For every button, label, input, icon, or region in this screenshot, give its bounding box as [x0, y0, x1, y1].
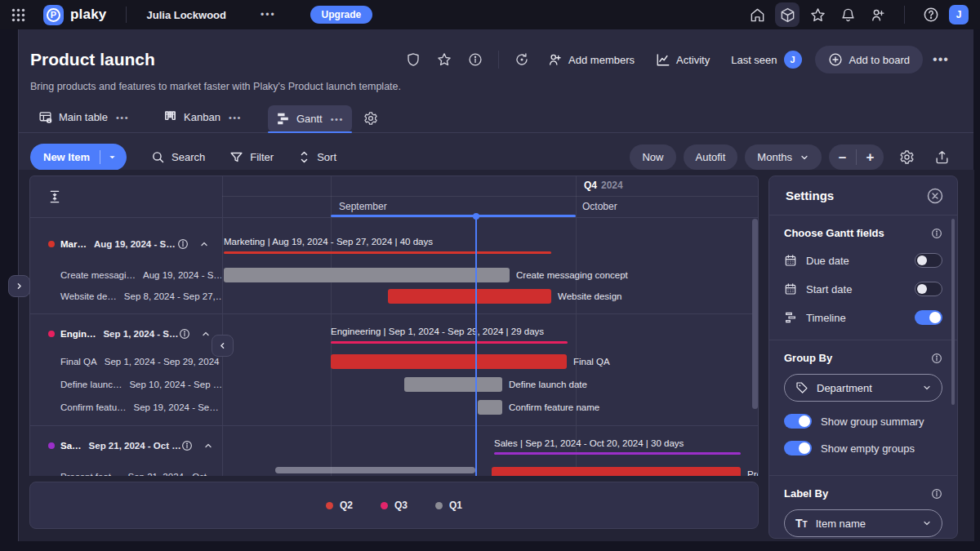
task-bar[interactable] — [331, 354, 567, 369]
group-info-icon[interactable] — [181, 440, 193, 451]
board-more-icon[interactable]: ••• — [928, 47, 954, 73]
due-date-toggle[interactable] — [915, 253, 942, 268]
boards-icon[interactable] — [775, 2, 800, 27]
gantt-settings-gear-icon[interactable] — [894, 145, 919, 170]
collapse-all-icon[interactable] — [48, 189, 61, 204]
tab-main-table[interactable]: Main table ••• — [30, 104, 137, 131]
task-bar[interactable] — [492, 467, 741, 476]
group-summary-bar[interactable] — [331, 341, 568, 344]
group-info-icon[interactable] — [177, 238, 189, 250]
invite-member-icon[interactable] — [866, 2, 890, 27]
field-row-due-date: Due date — [784, 253, 942, 268]
notifications-bell-icon[interactable] — [835, 2, 860, 27]
now-button[interactable]: Now — [630, 144, 675, 170]
vertical-scrollbar[interactable] — [752, 219, 758, 409]
task-bar[interactable] — [478, 400, 502, 415]
last-seen[interactable]: Last seen J — [731, 51, 801, 69]
scale-dropdown[interactable]: Months — [745, 144, 822, 170]
expand-sidebar-button[interactable] — [8, 275, 30, 297]
tab-more-icon[interactable]: ••• — [229, 113, 242, 122]
main-panel: Product launch — [18, 29, 973, 541]
task-row[interactable]: Website de… Sep 8, 2024 - Sep 27,… — [30, 289, 221, 304]
zoom-in-button[interactable]: + — [857, 144, 884, 170]
show-empty-groups-toggle[interactable] — [784, 441, 812, 455]
legend-item-q1[interactable]: Q1 — [435, 500, 462, 511]
automations-icon[interactable] — [509, 47, 535, 73]
legend-item-q3[interactable]: Q3 — [381, 500, 408, 511]
views-gear-icon[interactable] — [363, 111, 378, 126]
add-to-board-label: Add to board — [849, 54, 910, 66]
task-row[interactable]: Present feat… Sep 21, 2024 - Oct… — [30, 469, 221, 476]
settings-scrollbar[interactable] — [951, 219, 955, 405]
chevron-up-icon[interactable] — [201, 329, 211, 339]
legend-item-q2[interactable]: Q2 — [326, 500, 353, 511]
zoom-out-button[interactable]: – — [829, 144, 856, 170]
star-icon[interactable] — [431, 47, 457, 73]
brand-name: plaky — [70, 7, 106, 23]
timeline-gantt-icon — [784, 311, 797, 324]
group-by-value: Department — [817, 382, 872, 394]
chevron-up-icon[interactable] — [203, 441, 213, 451]
home-icon[interactable] — [745, 2, 769, 27]
tab-more-icon[interactable]: ••• — [116, 113, 129, 122]
group-info-icon[interactable] — [179, 328, 190, 340]
task-bar-label: Define launch date — [509, 377, 587, 392]
group-summary-label[interactable]: Marketing | Aug 19, 2024 - Sep 27, 2024 … — [224, 237, 433, 247]
workspace-more-icon[interactable]: ••• — [261, 9, 276, 20]
task-row[interactable]: Final QA Sep 1, 2024 - Sep 29, 2024 — [30, 354, 221, 369]
help-icon[interactable] — [919, 2, 943, 27]
group-row-engineering[interactable]: Engin… Sep 1, 2024 - S… — [30, 327, 221, 341]
group-summary-label[interactable]: Engineering | Sep 1, 2024 - Sep 29, 2024… — [331, 327, 544, 336]
new-item-button[interactable]: New Item — [30, 144, 127, 171]
group-row-sales[interactable]: Sa… Sep 21, 2024 - Oct … — [30, 438, 221, 453]
close-icon[interactable] — [926, 187, 944, 205]
timeline-toggle[interactable] — [915, 310, 942, 325]
workspace-user[interactable]: Julia Lockwood — [146, 9, 226, 21]
task-panel-divider[interactable] — [222, 176, 223, 476]
calendar-icon — [784, 282, 797, 295]
add-to-board-button[interactable]: Add to board — [815, 46, 923, 73]
gantt-workspace: Q42024 September October Mar… Aug 19, 20… — [19, 170, 974, 541]
collapse-task-panel-button[interactable] — [212, 335, 234, 357]
task-row[interactable]: Define launc… Sep 10, 2024 - Sep … — [30, 377, 221, 392]
add-members-button[interactable]: Add members — [540, 47, 643, 72]
sort-button[interactable]: Sort — [298, 150, 336, 164]
activity-button[interactable]: Activity — [648, 47, 718, 72]
group-summary-bar[interactable] — [224, 251, 551, 254]
autofit-button[interactable]: Autofit — [684, 144, 738, 170]
choose-fields-title: Choose Gantt fields — [784, 227, 884, 239]
user-avatar[interactable]: J — [949, 5, 969, 24]
plaky-logo[interactable]: P plaky — [43, 5, 106, 25]
group-summary-label[interactable]: Sales | Sep 21, 2024 - Oct 20, 2024 | 30… — [494, 438, 684, 448]
task-bar[interactable] — [224, 268, 510, 282]
start-date-toggle[interactable] — [915, 282, 942, 296]
new-item-caret-icon[interactable] — [100, 153, 127, 162]
upgrade-button[interactable]: Upgrade — [310, 6, 373, 24]
tab-gantt[interactable]: Gantt ••• — [268, 105, 352, 132]
shield-icon[interactable] — [400, 47, 426, 73]
apps-grid-icon[interactable] — [11, 8, 25, 22]
tab-more-icon[interactable]: ••• — [331, 114, 344, 124]
label-by-dropdown[interactable]: TT Item name — [784, 509, 942, 537]
task-row[interactable]: Confirm featu… Sep 19, 2024 - Se… — [30, 400, 221, 415]
export-icon[interactable] — [929, 145, 954, 170]
show-group-summary-toggle[interactable] — [784, 414, 812, 429]
favorites-star-icon[interactable] — [805, 2, 830, 27]
horizontal-scrollbar[interactable] — [275, 467, 475, 473]
board-info-icon[interactable] — [462, 47, 488, 73]
tab-kanban[interactable]: Kanban ••• — [155, 104, 250, 131]
info-icon[interactable] — [931, 228, 942, 239]
group-row-marketing[interactable]: Mar… Aug 19, 2024 - S… — [30, 237, 221, 251]
info-icon[interactable] — [931, 353, 942, 364]
filter-button[interactable]: Filter — [229, 150, 274, 164]
activity-chart-icon — [656, 52, 670, 67]
info-icon[interactable] — [931, 488, 942, 500]
task-row[interactable]: Create messagi… Aug 19, 2024 - S… — [30, 268, 221, 282]
tag-icon — [795, 381, 808, 394]
group-summary-bar[interactable] — [494, 452, 741, 455]
task-bar[interactable] — [388, 289, 551, 304]
search-button[interactable]: Search — [151, 150, 205, 164]
task-bar[interactable] — [404, 377, 502, 392]
group-by-dropdown[interactable]: Department — [784, 374, 942, 402]
chevron-up-icon[interactable] — [199, 239, 209, 249]
